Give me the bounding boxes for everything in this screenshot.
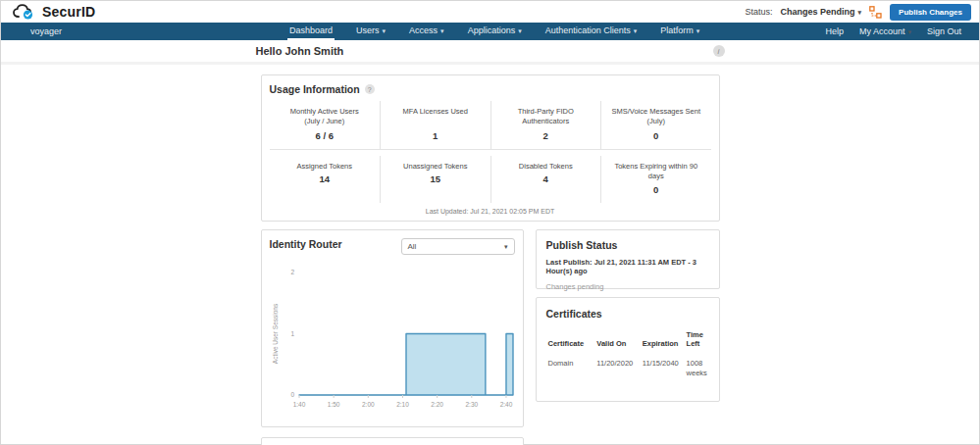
chevron-down-icon: ▾ <box>518 27 522 34</box>
certificates-table: Certificate Valid On Expiration Time Lef… <box>546 327 709 380</box>
svg-text:0: 0 <box>290 391 294 398</box>
metric-sms-voice: SMS/Voice Messages Sent(July) 0 <box>600 101 711 149</box>
publish-status-card: Publish Status Last Publish: Jul 21, 202… <box>536 229 720 289</box>
identity-router-title: Identity Router <box>270 238 342 250</box>
publish-status-title: Publish Status <box>546 239 709 251</box>
dashboard-main: Usage Information ? Monthly Active Users… <box>261 74 720 445</box>
chevron-down-icon: ▾ <box>696 27 700 34</box>
page-header: Hello John Smith i <box>1 40 979 65</box>
status-value: Changes Pending <box>781 7 855 17</box>
changes-pending-text: Changes pending <box>546 282 709 291</box>
metric-monthly-active-users: Monthly Active Users(July / June) 6 / 6 <box>270 101 381 149</box>
page-title: Hello John Smith <box>256 45 344 57</box>
cloud-logo-icon <box>13 4 38 21</box>
identity-router-card: Identity Router All ▾ 1:401:502:002:102:… <box>261 229 524 427</box>
usage-last-updated: Last Updated: Jul 21, 2021 02:05 PM EDT <box>270 203 711 217</box>
svg-text:2: 2 <box>290 269 294 275</box>
main-navbar: voyager Dashboard Users ▾ Access ▾ Appli… <box>1 23 979 40</box>
topbar-actions: Status: Changes Pending ▾ Publish Change… <box>746 4 971 21</box>
certificates-title: Certificates <box>546 308 709 320</box>
nav-utility: Help My Account ▾ Sign Out <box>825 23 979 40</box>
nav-menu: Dashboard Users ▾ Access ▾ Applications … <box>287 23 701 40</box>
table-row: Domain 11/20/2020 11/15/2040 1008 weeks <box>546 352 709 380</box>
right-column: Publish Status Last Publish: Jul 21, 202… <box>536 229 720 402</box>
metric-unassigned-tokens: Unassigned Tokens 15 <box>380 156 490 202</box>
environment-name: voyager <box>1 23 62 40</box>
certificates-card: Certificates Certificate Valid On Expira… <box>536 297 720 402</box>
securid-console: SecurID Status: Changes Pending ▾ Publis… <box>0 0 980 445</box>
certificates-header-row: Certificate Valid On Expiration Time Lef… <box>546 327 709 353</box>
svg-text:2:20: 2:20 <box>431 401 443 408</box>
svg-text:1:50: 1:50 <box>327 401 339 408</box>
chevron-down-icon: ▾ <box>383 27 387 34</box>
metric-mfa-licenses: MFA Licenses Used 1 <box>380 101 490 149</box>
sign-out-link[interactable]: Sign Out <box>927 26 961 36</box>
certificate-valid-on: 11/20/2020 <box>594 352 640 380</box>
svg-text:1:40: 1:40 <box>292 401 305 408</box>
securid-logo: SecurID <box>13 4 95 21</box>
nav-item-users[interactable]: Users ▾ <box>354 23 387 40</box>
svg-text:1: 1 <box>290 329 294 336</box>
status-dropdown[interactable]: Changes Pending ▾ <box>781 7 862 17</box>
status-label: Status: <box>746 7 773 17</box>
certificate-expiration: 11/15/2040 <box>641 352 685 380</box>
top-bar: SecurID Status: Changes Pending ▾ Publis… <box>1 1 979 23</box>
metric-tokens-expiring: Tokens Expiring within 90 days 0 <box>600 156 711 202</box>
active-sessions-chart: 1:401:502:002:102:202:302:40012Active Us… <box>270 263 517 420</box>
chevron-down-icon: ▾ <box>634 27 638 34</box>
logo-wordmark: SecurID <box>42 4 95 20</box>
nav-item-authentication-clients[interactable]: Authentication Clients ▾ <box>543 23 640 40</box>
help-icon[interactable]: ? <box>365 84 375 94</box>
chevron-down-icon: ▾ <box>858 9 862 16</box>
usage-title: Usage Information <box>270 83 360 95</box>
chevron-down-icon: ▾ <box>907 28 911 35</box>
help-link[interactable]: Help <box>825 26 844 36</box>
svg-text:2:30: 2:30 <box>465 401 478 408</box>
certificate-name: Domain <box>546 352 595 380</box>
nav-item-platform[interactable]: Platform ▾ <box>658 23 701 40</box>
info-icon[interactable]: i <box>713 45 725 57</box>
metric-disabled-tokens: Disabled Tokens 4 <box>490 156 601 202</box>
svg-text:2:10: 2:10 <box>396 401 409 408</box>
system-status-card: System Status <box>261 437 524 445</box>
svg-text:Active User Sessions: Active User Sessions <box>272 303 279 364</box>
last-publish-text: Last Publish: Jul 21, 2021 11:31 AM EDT … <box>546 258 709 277</box>
metric-fido-authenticators: Third-Party FIDO Authenticators 2 <box>490 101 601 149</box>
nav-item-access[interactable]: Access ▾ <box>407 23 446 40</box>
svg-text:2:00: 2:00 <box>361 401 374 408</box>
nav-item-applications[interactable]: Applications ▾ <box>466 23 524 40</box>
my-account-dropdown[interactable]: My Account ▾ <box>859 26 911 36</box>
publish-changes-button[interactable]: Publish Changes <box>890 4 971 21</box>
deployment-flow-icon[interactable] <box>869 6 882 19</box>
usage-metrics-row2: Assigned Tokens 14 Unassigned Tokens 15 … <box>270 156 711 202</box>
identity-router-filter-dropdown[interactable]: All ▾ <box>401 238 515 255</box>
usage-metrics-row1: Monthly Active Users(July / June) 6 / 6 … <box>270 101 711 150</box>
usage-information-card: Usage Information ? Monthly Active Users… <box>261 74 720 222</box>
svg-text:2:40: 2:40 <box>499 401 512 408</box>
chevron-down-icon: ▾ <box>440 27 444 34</box>
certificate-time-left: 1008 weeks <box>685 352 709 380</box>
chevron-down-icon: ▾ <box>504 243 508 250</box>
metric-assigned-tokens: Assigned Tokens 14 <box>270 156 381 202</box>
nav-item-dashboard[interactable]: Dashboard <box>287 23 335 40</box>
